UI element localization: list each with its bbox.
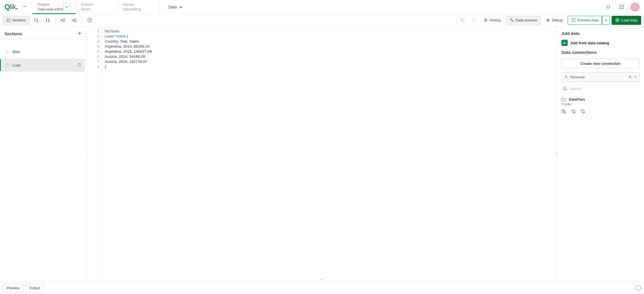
chevron-down-icon[interactable] <box>634 75 637 79</box>
svg-rect-3 <box>619 5 620 6</box>
svg-line-36 <box>547 21 547 21</box>
folder-type: Folder <box>561 102 639 106</box>
svg-point-46 <box>8 52 8 53</box>
sections-label: Sections <box>12 18 26 22</box>
history-button[interactable]: History <box>480 16 504 25</box>
data-dropdown[interactable]: Data <box>168 5 183 9</box>
svg-point-41 <box>6 50 7 50</box>
select-data-icon[interactable] <box>561 109 566 114</box>
svg-point-2 <box>26 6 27 7</box>
chevron-down-icon[interactable] <box>63 3 70 10</box>
app-header: Qlik. Prepare Data load editor Analyze S… <box>0 0 644 14</box>
bottom-bar: Preview Output i <box>0 282 644 294</box>
add-from-catalog-label: Add from data catalog <box>570 41 609 45</box>
svg-line-34 <box>547 19 547 20</box>
svg-rect-5 <box>623 5 624 6</box>
sections-sidebar: Sections Main Load || <box>0 26 87 282</box>
preview-data-chevron[interactable] <box>602 16 610 25</box>
nav-narrate-small: Narrate <box>123 3 155 6</box>
nav-analyze-big: Sheet <box>81 7 113 11</box>
insert-script-icon[interactable] <box>571 109 576 114</box>
data-sources-label: Data sources <box>516 18 537 22</box>
nav-analyze[interactable]: Analyze Sheet <box>75 0 118 14</box>
plus-icon: ＋ <box>561 40 568 46</box>
nav-narrate[interactable]: Narrate Storytelling <box>118 0 160 14</box>
nav-prepare-big: Data load editor <box>37 7 63 11</box>
apps-grid-icon[interactable] <box>617 2 627 12</box>
svg-point-53 <box>565 76 567 77</box>
delete-section-icon[interactable] <box>77 63 81 68</box>
svg-point-64 <box>581 110 584 111</box>
space-select[interactable]: Personal <box>561 72 639 82</box>
svg-point-50 <box>8 65 8 65</box>
svg-point-51 <box>6 66 7 67</box>
svg-rect-10 <box>621 8 622 9</box>
user-icon <box>564 75 568 79</box>
folder-name: DataFiles <box>569 97 585 101</box>
connection-search-input[interactable] <box>569 87 638 91</box>
divider <box>55 17 55 24</box>
datafiles-connection[interactable]: DataFiles <box>561 97 639 101</box>
script-code[interactable]: MyTable:Load * Inline [Country, Year, Sa… <box>102 26 557 282</box>
collapse-handle-icon[interactable]: || <box>556 152 557 156</box>
play-circle-icon <box>615 18 619 22</box>
comment-toggle-icon[interactable] <box>43 16 52 25</box>
section-item[interactable]: Load <box>2 59 85 72</box>
sections-button[interactable]: Sections <box>3 16 30 25</box>
preview-tab-button[interactable]: Preview <box>3 284 23 293</box>
section-item[interactable]: Main <box>2 45 85 58</box>
resize-handle-icon[interactable]: ═ <box>321 278 323 282</box>
output-tab-button[interactable]: Output <box>25 284 44 293</box>
svg-point-44 <box>8 51 8 52</box>
svg-point-56 <box>563 87 566 90</box>
data-sources-icon <box>510 18 514 22</box>
data-panel: || Add data ＋ Add from data catalog Data… <box>557 26 644 282</box>
drag-handle-icon[interactable] <box>6 49 8 54</box>
search-icon[interactable] <box>32 16 41 25</box>
info-icon[interactable]: i <box>636 285 641 291</box>
load-data-button[interactable]: Load data <box>612 16 641 25</box>
outdent-icon[interactable] <box>70 16 79 25</box>
svg-rect-9 <box>619 8 620 9</box>
load-data-label: Load data <box>621 18 638 22</box>
section-label: Load <box>12 63 21 67</box>
preview-data-label: Preview data <box>577 18 598 22</box>
redo-icon[interactable] <box>469 16 479 25</box>
svg-point-28 <box>510 19 512 20</box>
nav-prepare-small: Prepare <box>37 3 63 6</box>
sections-title: Sections <box>5 31 22 36</box>
svg-point-43 <box>6 51 7 52</box>
clear-icon[interactable] <box>629 75 632 79</box>
debug-button[interactable]: Debug <box>543 16 566 25</box>
svg-point-1 <box>25 6 25 7</box>
svg-rect-6 <box>619 6 620 7</box>
script-editor[interactable]: 12345678 MyTable:Load * Inline [Country,… <box>87 26 557 282</box>
help-icon[interactable] <box>85 16 95 25</box>
add-section-button[interactable] <box>77 31 82 36</box>
svg-point-47 <box>6 63 7 64</box>
data-dropdown-label: Data <box>168 5 177 9</box>
data-sources-button[interactable]: Data sources <box>506 16 541 25</box>
edit-connection-icon[interactable] <box>581 109 585 114</box>
history-label: History <box>490 18 501 22</box>
connection-search[interactable] <box>561 86 639 91</box>
toolbar: Sections History D <box>0 14 644 26</box>
create-connection-button[interactable]: Create new connection <box>561 59 639 68</box>
bell-icon[interactable] <box>603 2 613 12</box>
undo-icon[interactable] <box>458 16 467 25</box>
qlik-logo: Qlik. <box>5 3 18 11</box>
add-from-catalog-button[interactable]: ＋ Add from data catalog <box>561 40 639 46</box>
drag-handle-icon[interactable] <box>6 63 8 68</box>
svg-rect-8 <box>623 6 624 7</box>
panel-icon <box>6 18 10 22</box>
indent-icon[interactable] <box>58 16 68 25</box>
svg-line-57 <box>566 89 567 90</box>
avatar[interactable]: TL <box>630 3 639 12</box>
preview-data-button[interactable]: Preview data <box>568 16 602 25</box>
nav-prepare[interactable]: Prepare Data load editor <box>32 0 75 14</box>
svg-line-15 <box>37 21 38 22</box>
svg-rect-11 <box>623 8 624 9</box>
history-icon <box>484 18 488 22</box>
chevron-down-icon <box>179 5 183 9</box>
more-icon[interactable] <box>21 3 28 11</box>
